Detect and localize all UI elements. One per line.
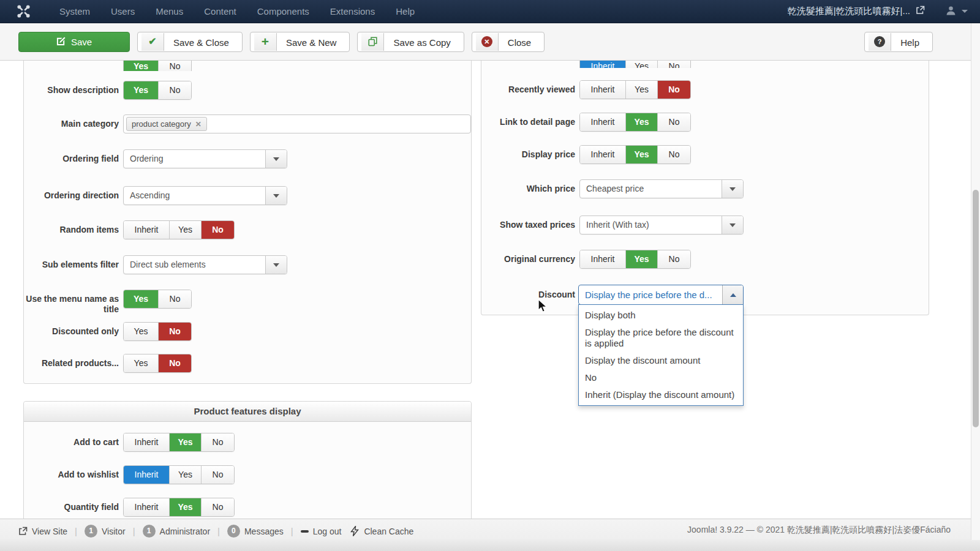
original-currency-row: Original currency Inherit Yes No [481, 250, 929, 269]
toggle-option-inherit[interactable]: Inherit [580, 250, 625, 268]
toggle-option-no[interactable]: No [201, 433, 234, 451]
sub-elements-filter-select[interactable]: Direct sub elements [123, 255, 287, 274]
combobox-caret-up-icon[interactable] [722, 285, 743, 304]
administrator-status[interactable]: 1 Administrator [143, 525, 210, 538]
toggle-option-yes[interactable]: Yes [124, 61, 158, 71]
clean-cache-link[interactable]: Clean Cache [350, 526, 413, 536]
toggle-option-no[interactable]: No [158, 323, 191, 340]
save-new-button[interactable]: + Save & New [250, 32, 350, 52]
vertical-scrollbar[interactable] [971, 23, 980, 540]
toggle-option-inherit[interactable]: Inherit [124, 221, 169, 239]
external-link-icon[interactable] [916, 6, 925, 17]
toggle-option-inherit[interactable]: Inherit [580, 61, 625, 68]
show-taxed-prices-select[interactable]: Inherit (With tax) [579, 216, 744, 234]
toggle-option-no[interactable]: No [158, 81, 191, 99]
user-menu-caret-icon[interactable] [962, 10, 968, 13]
toggle-option-yes[interactable]: Yes [169, 498, 201, 516]
visitor-status[interactable]: 1 Visitor [85, 525, 126, 538]
toggle-option-yes[interactable]: Yes [124, 81, 158, 99]
site-title-link[interactable]: 乾洗髮推薦|乾洗頭比噴霧好|... [788, 6, 910, 17]
toggle-option-no[interactable]: No [201, 466, 234, 484]
close-icon: ✕ [476, 33, 499, 51]
logout-link[interactable]: Log out [301, 527, 342, 536]
field-label: Display price [481, 149, 575, 160]
toggle-option-inherit[interactable]: Inherit [580, 113, 625, 131]
related-products-row: Related products... Yes No [24, 354, 471, 373]
toggle-option-yes[interactable]: Yes [625, 61, 657, 68]
select-caret-icon[interactable] [722, 216, 743, 234]
toggle-option-yes[interactable]: Yes [625, 250, 657, 268]
ordering-direction-select[interactable]: Ascending [123, 186, 287, 205]
toggle-option-no[interactable]: No [201, 221, 234, 239]
toggle-option-no[interactable]: No [657, 146, 690, 163]
field-label: Add to cart [24, 437, 119, 448]
toggle-option-inherit[interactable]: Inherit [124, 498, 169, 516]
menu-menus[interactable]: Menus [145, 0, 194, 23]
save-as-copy-button[interactable]: Save as Copy [357, 32, 464, 52]
view-site-link[interactable]: View Site [18, 527, 67, 536]
user-icon[interactable] [946, 6, 956, 18]
product-features-panel: Product features display Add to cart Inh… [23, 401, 472, 523]
toggle-option-yes[interactable]: Yes [124, 354, 158, 372]
save-close-button[interactable]: ✔ Save & Close [137, 32, 243, 52]
discount-selected-value: Display the price before the d... [579, 285, 722, 304]
menu-extensions[interactable]: Extensions [320, 0, 385, 23]
copy-icon [361, 33, 384, 51]
discount-dropdown-list: Display both Display the price before th… [578, 304, 744, 406]
joomla-logo-icon[interactable] [17, 4, 31, 18]
discount-combobox[interactable]: Display the price before the d... [578, 285, 744, 305]
menu-components[interactable]: Components [247, 0, 320, 23]
menu-help[interactable]: Help [385, 0, 425, 23]
divider: | [217, 526, 220, 536]
admin-count-badge: 1 [143, 525, 156, 538]
main-category-input[interactable]: product category ✕ [123, 114, 471, 133]
toggle-option-no[interactable]: No [657, 81, 690, 99]
toggle-option-no[interactable]: No [657, 113, 690, 131]
menu-system[interactable]: System [49, 0, 100, 23]
dropdown-option[interactable]: Inherit (Display the discount amount) [579, 386, 743, 403]
toggle-option-no[interactable]: No [158, 290, 191, 308]
toggle-option-no[interactable]: No [158, 61, 191, 71]
menu-users[interactable]: Users [100, 0, 145, 23]
show-description-toggle: Yes No [123, 81, 192, 100]
toggle-option-yes[interactable]: Yes [169, 221, 201, 239]
remove-tag-icon[interactable]: ✕ [195, 120, 202, 129]
dropdown-option[interactable]: Display the discount amount [579, 352, 743, 369]
toggle-option-yes[interactable]: Yes [124, 323, 158, 340]
toggle-option-inherit[interactable]: Inherit [580, 81, 625, 99]
link-detail-page-row: Link to detail page Inherit Yes No [481, 113, 929, 132]
ordering-field-select[interactable]: Ordering [123, 149, 287, 168]
toggle-option-inherit[interactable]: Inherit [580, 146, 625, 163]
toggle-option-yes[interactable]: Yes [124, 290, 158, 308]
toggle-option-inherit[interactable]: Inherit [124, 466, 169, 484]
menu-content[interactable]: Content [194, 0, 247, 23]
dropdown-option[interactable]: No [579, 369, 743, 386]
help-button[interactable]: ? Help [864, 32, 933, 52]
add-to-wishlist-row: Add to wishlist Inherit Yes No [24, 465, 471, 484]
dropdown-option[interactable]: Display the price before the discount is… [579, 324, 743, 352]
toggle-option-no[interactable]: No [201, 498, 234, 516]
ordering-field-row: Ordering field Ordering [24, 149, 471, 168]
clipped-toggle: Yes No [123, 61, 192, 71]
category-tag-chip: product category ✕ [126, 117, 207, 131]
toggle-option-yes[interactable]: Yes [169, 433, 201, 451]
select-caret-icon[interactable] [265, 150, 287, 168]
close-button[interactable]: ✕ Close [472, 32, 545, 52]
toggle-option-inherit[interactable]: Inherit [124, 433, 169, 451]
scrollbar-thumb[interactable] [973, 190, 979, 427]
select-caret-icon[interactable] [265, 187, 287, 204]
which-price-select[interactable]: Cheapest price [579, 179, 744, 198]
save-button[interactable]: Save [18, 32, 130, 52]
toggle-option-yes[interactable]: Yes [625, 146, 657, 163]
toggle-option-yes[interactable]: Yes [625, 81, 657, 99]
field-label: Random items [24, 225, 119, 235]
select-caret-icon[interactable] [265, 256, 287, 274]
messages-status[interactable]: 0 Messages [227, 525, 284, 538]
toggle-option-yes[interactable]: Yes [625, 113, 657, 131]
select-caret-icon[interactable] [722, 180, 743, 198]
toggle-option-no[interactable]: No [158, 354, 191, 372]
toggle-option-no[interactable]: No [657, 250, 690, 268]
toggle-option-yes[interactable]: Yes [169, 466, 201, 484]
toggle-option-no[interactable]: No [657, 61, 690, 68]
dropdown-option[interactable]: Display both [579, 307, 743, 324]
